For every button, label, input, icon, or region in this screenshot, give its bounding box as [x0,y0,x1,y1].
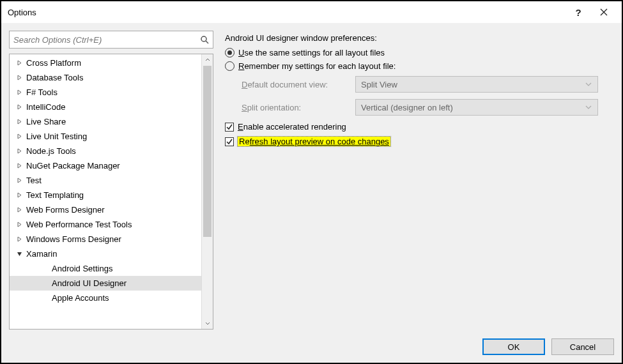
search-icon [200,35,209,44]
dropdown-value: Split View [361,80,397,89]
search-input[interactable] [13,35,200,45]
tree-item[interactable]: Live Share [10,114,213,129]
cancel-button[interactable]: Cancel [551,338,614,355]
svg-point-0 [201,36,206,42]
tree-item-label: Android UI Designer [52,278,127,288]
checkbox-icon [225,123,234,132]
tree-item-label: F# Tools [26,87,58,97]
tree-item[interactable]: Apple Accounts [10,291,213,305]
main-row: Cross PlatformDatabase ToolsF# ToolsInte… [9,31,614,330]
field-split-orientation: Split orientation: Vertical (designer on… [242,99,614,116]
checkbox-refresh-layout-preview[interactable]: Refresh layout preview on code changes [225,137,614,146]
tree-item-label: IntelliCode [26,102,65,112]
radio-icon [225,48,235,57]
tree-item-label: Text Templating [26,190,84,200]
tree-item[interactable]: Windows Forms Designer [10,232,213,246]
window-title: Options [8,8,565,17]
checkbox-label: Refresh layout preview on code changes [238,137,390,146]
left-panel: Cross PlatformDatabase ToolsF# ToolsInte… [9,31,213,330]
close-button[interactable] [591,3,617,22]
tree-item-label: Node.js Tools [26,146,76,156]
expand-right-icon[interactable] [15,206,24,215]
ok-button[interactable]: OK [482,338,545,355]
field-label: Split orientation: [242,103,350,112]
tree-item-label: Live Share [26,117,66,126]
tree-item[interactable]: Web Forms Designer [10,202,213,217]
scroll-thumb[interactable] [203,66,212,237]
checkbox-label: Enable accelerated rendering [238,122,346,132]
search-box[interactable] [9,31,213,49]
tree-item[interactable]: NuGet Package Manager [10,158,213,173]
tree-item-label: Test [26,176,42,185]
scroll-rail[interactable] [202,66,213,317]
expand-right-icon[interactable] [15,176,24,185]
right-panel: Android UI designer window preferences: … [225,31,614,330]
radio-icon [225,61,235,71]
tree-item[interactable]: Xamarin [10,246,213,261]
expand-right-icon[interactable] [15,118,24,126]
checkbox-accelerated-rendering[interactable]: Enable accelerated rendering [225,122,614,132]
expand-right-icon[interactable] [15,191,24,200]
tree-item[interactable]: Cross Platform [10,56,213,70]
tree-item-label: Xamarin [26,249,57,259]
field-label: Default document view: [242,80,350,89]
help-button[interactable]: ? [565,3,591,22]
tree-indent [40,264,49,273]
button-row: OK Cancel [9,330,614,355]
expand-right-icon[interactable] [15,132,24,141]
scroll-down-button[interactable] [202,317,213,329]
tree-item-label: Database Tools [26,73,83,82]
tree-container: Cross PlatformDatabase ToolsF# ToolsInte… [9,54,213,330]
expand-right-icon[interactable] [15,59,24,68]
chevron-down-icon [585,80,592,88]
field-default-document-view: Default document view: Split View [242,76,614,93]
checkbox-icon [225,137,234,146]
tree-item[interactable]: Database Tools [10,70,213,85]
tree-item[interactable]: Web Performance Test Tools [10,217,213,232]
tree-item-label: NuGet Package Manager [26,161,120,171]
tree-item-label: Live Unit Testing [26,132,87,141]
expand-right-icon[interactable] [15,235,24,244]
radio-remember-settings[interactable]: Remember my settings for each layout fil… [225,61,614,71]
radio-same-settings[interactable]: Use the same settings for all layout fil… [225,48,614,57]
dropdown-split-orientation[interactable]: Vertical (designer on left) [355,99,598,116]
tree-item[interactable]: Android Settings [10,261,213,276]
dropdown-value: Vertical (designer on left) [361,103,453,112]
content-wrap: Cross PlatformDatabase ToolsF# ToolsInte… [1,23,622,363]
titlebar: Options ? [1,1,622,23]
radio-label: Use the same settings for all layout fil… [238,48,385,57]
tree-item-label: Cross Platform [26,58,81,68]
expand-right-icon[interactable] [15,103,24,112]
tree-item[interactable]: Live Unit Testing [10,129,213,144]
tree-item-label: Android Settings [52,264,112,273]
tree-item-label: Apple Accounts [52,293,109,303]
tree-item[interactable]: Android UI Designer [10,276,213,291]
close-icon [600,8,608,16]
dropdown-default-document-view[interactable]: Split View [355,76,598,93]
tree-indent [40,294,49,303]
tree-item-label: Web Forms Designer [26,205,105,215]
expand-right-icon[interactable] [15,73,24,82]
expand-right-icon[interactable] [15,147,24,156]
expand-right-icon[interactable] [15,88,24,97]
expand-down-icon[interactable] [15,250,24,259]
tree-item[interactable]: Test [10,173,213,188]
chevron-down-icon [585,103,592,111]
expand-right-icon[interactable] [15,220,24,229]
tree-item-label: Web Performance Test Tools [26,220,132,229]
expand-right-icon[interactable] [15,162,24,171]
tree-indent [40,279,49,288]
scrollbar[interactable] [201,54,213,329]
tree-item[interactable]: Text Templating [10,188,213,202]
tree-item-label: Windows Forms Designer [26,234,121,244]
tree-item[interactable]: Node.js Tools [10,144,213,158]
tree-item[interactable]: IntelliCode [10,100,213,114]
tree-item[interactable]: F# Tools [10,85,213,100]
prefs-heading: Android UI designer window preferences: [225,33,614,43]
scroll-up-button[interactable] [202,54,213,66]
tree: Cross PlatformDatabase ToolsF# ToolsInte… [10,54,213,329]
radio-label: Remember my settings for each layout fil… [238,61,396,71]
